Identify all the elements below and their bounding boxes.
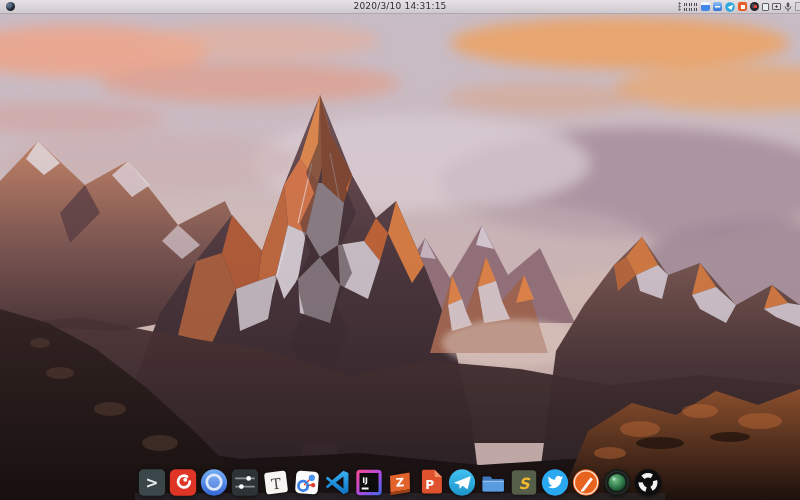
pdf-p-glyph: P [425, 478, 434, 492]
obs-studio-icon [634, 468, 663, 497]
network-speed-indicator[interactable] [684, 2, 698, 11]
dock-item-terminal[interactable]: > [138, 468, 167, 497]
blue-square-app-icon[interactable] [713, 2, 722, 11]
orange-app-tray-icon[interactable] [738, 2, 747, 11]
screen-record-tray-icon[interactable] [750, 2, 759, 11]
s-lightning-glyph: S [518, 475, 530, 493]
dock-item-file-manager[interactable] [479, 468, 508, 497]
zeal-z-glyph: Z [395, 475, 404, 490]
dock-item-zeal-docs[interactable]: Z [386, 468, 415, 497]
microphone-tray-icon[interactable] [784, 2, 792, 12]
dock-item-netease-cloud-music[interactable] [169, 468, 198, 497]
dock-item-paintbrush-app[interactable] [572, 468, 601, 497]
terminal-prompt-glyph: > [146, 474, 159, 492]
tray-separator-dots-icon [678, 2, 681, 11]
system-tray [678, 0, 800, 13]
camera-lens-icon [603, 468, 632, 497]
dock-item-settings-sliders[interactable] [231, 468, 260, 497]
display-tray-icon[interactable] [772, 3, 781, 10]
dock-item-camera-lens-app[interactable] [603, 468, 632, 497]
vscode-icon [324, 468, 353, 497]
dock-item-s-lightning-app[interactable]: S [510, 468, 539, 497]
browser-blue-circle-icon [200, 468, 229, 497]
dock-item-vscode[interactable] [324, 468, 353, 497]
dock-item-pdf-document-app[interactable]: P [417, 468, 446, 497]
dock: > [138, 468, 663, 497]
dock-item-molecule-share-app[interactable] [293, 468, 322, 497]
wallpaper-image [0, 13, 800, 500]
edge-partial-tray-icon[interactable] [795, 2, 800, 11]
idea-ij-glyph: IJ [362, 476, 368, 485]
sliders-icon [231, 468, 260, 497]
molecule-graph-icon [293, 468, 322, 497]
intellij-idea-icon: IJ [355, 468, 384, 497]
telegram-tray-icon[interactable] [725, 2, 735, 12]
pdf-document-icon: P [417, 468, 446, 497]
clipboard-tray-icon[interactable] [762, 3, 769, 11]
telegram-icon [448, 468, 477, 497]
desktop: 2020/3/10 14:31:15 [0, 0, 800, 500]
zeal-book-icon: Z [386, 468, 415, 497]
dock-item-intellij-idea[interactable]: IJ [355, 468, 384, 497]
netease-music-icon [169, 468, 198, 497]
dock-item-obs-studio[interactable] [634, 468, 663, 497]
dock-item-telegram[interactable] [448, 468, 477, 497]
menu-bar: 2020/3/10 14:31:15 [0, 0, 800, 14]
blue-folder-icon [479, 468, 508, 497]
launcher-swirl-icon[interactable] [6, 2, 15, 11]
paintbrush-icon [572, 468, 601, 497]
dock-item-browser[interactable] [200, 468, 229, 497]
dock-item-twitter[interactable] [541, 468, 570, 497]
blue-clipboard-app-icon[interactable] [701, 2, 710, 11]
menubar-clock[interactable]: 2020/3/10 14:31:15 [353, 0, 446, 13]
twitter-bird-icon [541, 468, 570, 497]
dock-item-typora[interactable]: T [262, 468, 291, 497]
